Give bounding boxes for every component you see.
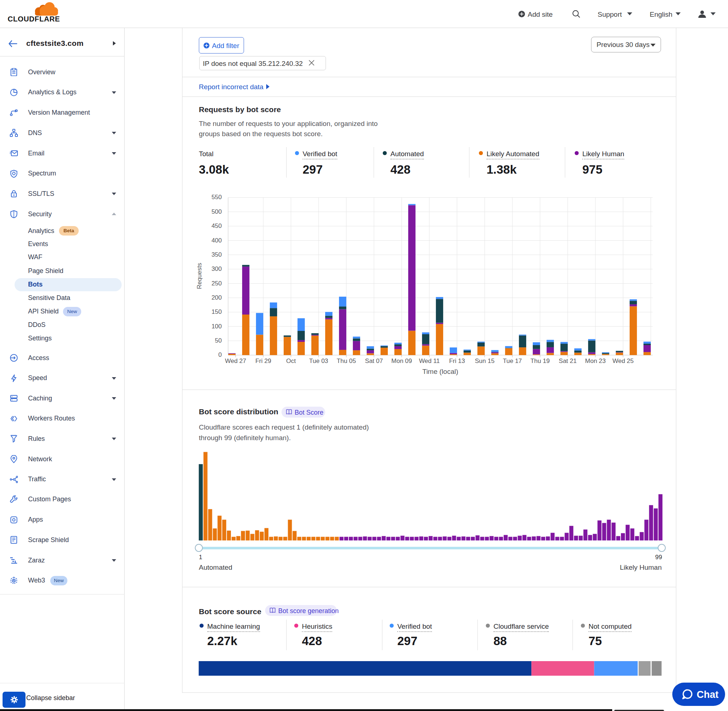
svg-text:Wed 25: Wed 25 xyxy=(613,357,633,364)
svg-text:Sat 21: Sat 21 xyxy=(559,357,576,364)
svg-text:450: 450 xyxy=(211,223,222,229)
svg-text:Mon 23: Mon 23 xyxy=(585,357,606,364)
svg-text:Fri 13: Fri 13 xyxy=(449,357,465,364)
svg-text:Requests: Requests xyxy=(196,263,203,289)
svg-text:Oct: Oct xyxy=(286,357,296,364)
svg-text:200: 200 xyxy=(211,294,222,301)
svg-text:Fri 29: Fri 29 xyxy=(255,357,271,364)
svg-text:Thu 19: Thu 19 xyxy=(530,357,549,364)
svg-text:50: 50 xyxy=(215,337,222,344)
svg-text:150: 150 xyxy=(211,308,222,315)
svg-text:Tue 17: Tue 17 xyxy=(503,357,522,364)
svg-text:Mon 09: Mon 09 xyxy=(391,357,412,364)
svg-text:0: 0 xyxy=(219,351,222,358)
svg-text:250: 250 xyxy=(211,280,222,287)
svg-text:550: 550 xyxy=(211,194,222,201)
svg-text:500: 500 xyxy=(211,208,222,215)
svg-text:Wed 11: Wed 11 xyxy=(419,357,440,364)
svg-text:Wed 27: Wed 27 xyxy=(225,357,246,364)
svg-text:300: 300 xyxy=(211,266,222,272)
svg-text:Time (local): Time (local) xyxy=(422,368,459,375)
svg-text:Tue 03: Tue 03 xyxy=(309,357,328,364)
svg-text:100: 100 xyxy=(211,323,222,330)
svg-text:400: 400 xyxy=(211,237,222,244)
svg-text:350: 350 xyxy=(211,251,222,258)
svg-text:Thu 05: Thu 05 xyxy=(337,357,356,364)
svg-text:Sun 15: Sun 15 xyxy=(475,357,495,364)
svg-text:Sat 07: Sat 07 xyxy=(365,357,383,364)
